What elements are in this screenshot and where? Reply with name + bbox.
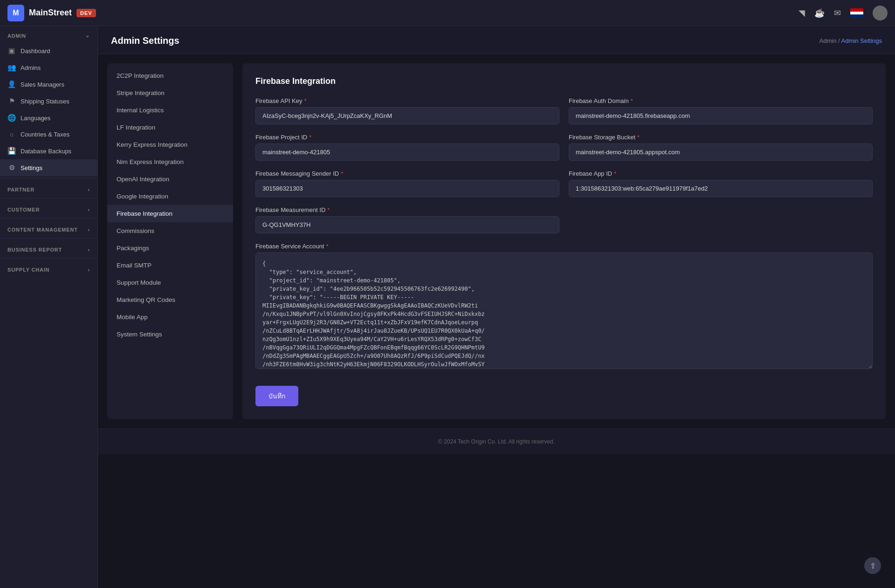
top-navigation: M MainStreet DEV ◥ ☕ ✉ <box>0 0 895 26</box>
menu-item-openai[interactable]: OpenAI Integration <box>107 171 233 188</box>
logo-area[interactable]: M MainStreet DEV <box>7 5 96 21</box>
menu-item-google[interactable]: Google Integration <box>107 188 233 205</box>
form-group-messaging-sender: Firebase Messaging Sender ID * <box>255 170 559 197</box>
sidebar-item-languages-label: Languages <box>21 115 50 122</box>
sidebar-section-supply[interactable]: SUPPLY CHAIN › <box>0 260 97 276</box>
project-id-label: Firebase Project ID * <box>255 134 559 141</box>
settings-menu: 2C2P Integration Stripe Integration Inte… <box>107 63 233 419</box>
menu-item-stripe[interactable]: Stripe Integration <box>107 84 233 102</box>
sidebar-section-partner[interactable]: PARTNER › <box>0 180 97 196</box>
page-title: Admin Settings <box>111 35 179 46</box>
flag-icon[interactable] <box>850 8 863 18</box>
menu-item-internal-logistics[interactable]: Internal Logistics <box>107 102 233 119</box>
headset-icon[interactable]: ☕ <box>814 8 825 18</box>
menu-item-support-module[interactable]: Support Module <box>107 274 233 291</box>
avatar[interactable] <box>873 6 888 21</box>
logo-letter: M <box>13 9 19 17</box>
panel-title: Firebase Integration <box>255 76 873 86</box>
app-id-input[interactable] <box>569 180 873 197</box>
save-button[interactable]: บันทึก <box>255 386 298 406</box>
customer-expand-icon: › <box>88 207 90 212</box>
firebase-panel: Firebase Integration Firebase API Key * … <box>242 63 886 419</box>
form-group-project-id: Firebase Project ID * <box>255 134 559 161</box>
sidebar-item-settings[interactable]: ⚙ Settings <box>0 159 97 176</box>
service-account-required: * <box>326 243 328 250</box>
countries-icon: ○ <box>7 130 16 138</box>
sidebar-divider-2 <box>0 198 97 198</box>
supply-expand-icon: › <box>88 267 90 273</box>
languages-icon: 🌐 <box>7 114 16 122</box>
menu-item-mobile-app[interactable]: Mobile App <box>107 308 233 326</box>
menu-item-lf-integration[interactable]: LF Integration <box>107 119 233 136</box>
sidebar-divider-5 <box>0 258 97 259</box>
form-group-measurement-id: Firebase Measurement ID * <box>255 206 559 233</box>
storage-bucket-required: * <box>637 134 640 141</box>
project-id-required: * <box>309 134 311 141</box>
measurement-id-input[interactable] <box>255 216 559 233</box>
menu-item-system-settings[interactable]: System Settings <box>107 326 233 343</box>
sidebar-section-supply-label: SUPPLY CHAIN <box>7 267 49 273</box>
form-row-2: Firebase Project ID * Firebase Storage B… <box>255 134 873 161</box>
breadcrumb-current[interactable]: Admin Settings <box>841 37 882 44</box>
sidebar-item-countries-label: Countries & Taxes <box>21 131 69 138</box>
menu-item-2c2p[interactable]: 2C2P Integration <box>107 67 233 84</box>
sidebar-item-settings-label: Settings <box>21 164 42 171</box>
sidebar-item-countries-taxes[interactable]: ○ Countries & Taxes <box>0 126 97 143</box>
footer: © 2024 Tech Origin Co. Ltd. All rights r… <box>98 429 895 454</box>
footer-copyright: © 2024 Tech Origin Co. Ltd. All rights r… <box>438 438 555 445</box>
dashboard-icon: ▣ <box>7 47 16 55</box>
business-expand-icon: › <box>88 247 90 253</box>
sidebar-item-dashboard-label: Dashboard <box>21 48 50 55</box>
menu-item-kerry-express[interactable]: Kerry Express Integration <box>107 136 233 153</box>
menu-item-email-smtp[interactable]: Email SMTP <box>107 257 233 274</box>
service-account-textarea[interactable]: {\n "type": "service_account",\n "projec… <box>255 253 873 369</box>
chat-icon[interactable]: ◥ <box>799 8 805 18</box>
app-body: ADMIN ⌄ ▣ Dashboard 👥 Admins 👤 Sales Man… <box>0 26 895 588</box>
menu-item-firebase[interactable]: Firebase Integration <box>107 205 233 222</box>
auth-domain-input[interactable] <box>569 107 873 124</box>
sidebar-item-shipping-statuses[interactable]: ⚑ Shipping Statuses <box>0 93 97 109</box>
menu-item-nim-express[interactable]: Nim Express Integration <box>107 153 233 171</box>
menu-item-commissions[interactable]: Commissions <box>107 222 233 239</box>
admins-icon: 👥 <box>7 63 16 72</box>
content-expand-icon: › <box>88 227 90 232</box>
sidebar-collapse-icon: ⌄ <box>85 33 90 39</box>
messaging-sender-input[interactable] <box>255 180 559 197</box>
page-header: Admin Settings Admin / Admin Settings <box>98 26 895 54</box>
sidebar-section-content-label: CONTENT MANAGEMENT <box>7 227 78 232</box>
project-id-input[interactable] <box>255 144 559 161</box>
settings-icon: ⚙ <box>7 164 16 172</box>
form-group-service-account: Firebase Service Account * {\n "type": "… <box>255 243 873 369</box>
sidebar-item-sales-managers[interactable]: 👤 Sales Managers <box>0 76 97 93</box>
menu-item-marketing-qr[interactable]: Marketing QR Codes <box>107 291 233 308</box>
sidebar-item-languages[interactable]: 🌐 Languages <box>0 109 97 126</box>
messaging-sender-required: * <box>341 170 343 177</box>
app-id-required: * <box>614 170 616 177</box>
sidebar-item-database-backups[interactable]: 💾 Database Backups <box>0 143 97 159</box>
sidebar-item-dashboard[interactable]: ▣ Dashboard <box>0 42 97 59</box>
menu-item-packagings[interactable]: Packagings <box>107 239 233 257</box>
sidebar-section-content[interactable]: CONTENT MANAGEMENT › <box>0 220 97 236</box>
sidebar-section-business-label: BUSINESS REPORT <box>7 247 62 253</box>
storage-bucket-input[interactable] <box>569 144 873 161</box>
bell-icon[interactable]: ✉ <box>834 8 841 18</box>
shipping-icon: ⚑ <box>7 97 16 105</box>
api-key-input[interactable] <box>255 107 559 124</box>
app-name: MainStreet <box>29 8 72 18</box>
form-group-api-key: Firebase API Key * <box>255 97 559 124</box>
sidebar-section-customer[interactable]: CUSTOMER › <box>0 200 97 216</box>
sidebar-section-business[interactable]: BUSINESS REPORT › <box>0 240 97 256</box>
scroll-top-button[interactable]: ⇧ <box>864 557 881 574</box>
breadcrumb: Admin / Admin Settings <box>819 37 882 44</box>
storage-bucket-label: Firebase Storage Bucket * <box>569 134 873 141</box>
sidebar: ADMIN ⌄ ▣ Dashboard 👥 Admins 👤 Sales Man… <box>0 26 98 588</box>
logo-icon: M <box>7 5 24 21</box>
messaging-sender-label: Firebase Messaging Sender ID * <box>255 170 559 177</box>
main-content: Admin Settings Admin / Admin Settings 2C… <box>98 26 895 588</box>
database-icon: 💾 <box>7 147 16 155</box>
sidebar-item-admins[interactable]: 👥 Admins <box>0 59 97 76</box>
env-badge: DEV <box>76 9 96 17</box>
sidebar-section-admin[interactable]: ADMIN ⌄ <box>0 26 97 42</box>
nav-icons: ◥ ☕ ✉ <box>799 6 888 21</box>
breadcrumb-parent: Admin <box>819 37 837 44</box>
